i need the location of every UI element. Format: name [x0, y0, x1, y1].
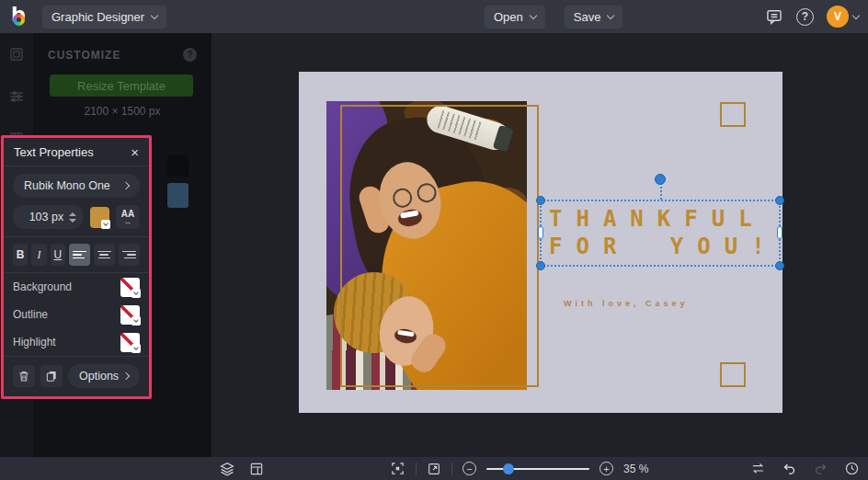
text-selection-box[interactable]: THANKFUL FOR YOU! [540, 200, 781, 267]
help-icon[interactable]: ? [796, 8, 814, 26]
signature-text[interactable]: With love, Casey [564, 299, 688, 308]
bottombar-left-group [219, 457, 264, 480]
workspace: With love, Casey THANKFUL FOR YOU! [211, 33, 868, 457]
font-family-selector[interactable]: Rubik Mono One [13, 174, 140, 198]
text-properties-panel: Text Properties × Rubik Mono One 103 px … [1, 135, 152, 399]
align-right-button[interactable] [119, 244, 140, 266]
color-wheel-icon [13, 14, 25, 26]
account-menu[interactable]: V [827, 6, 859, 28]
align-left-button[interactable] [69, 244, 90, 266]
divider [4, 236, 149, 237]
chevron-right-icon [122, 372, 130, 380]
resize-template-button[interactable]: Resize Template [50, 74, 193, 97]
bottombar-right-group [750, 457, 860, 480]
color-swatch[interactable] [167, 183, 188, 208]
outline-row: Outline [4, 301, 149, 328]
letter-case-button[interactable]: AA ↔ [116, 205, 140, 229]
rotate-handle[interactable] [655, 174, 666, 185]
font-size-stepper[interactable] [69, 212, 76, 223]
resize-handle-left[interactable] [538, 226, 543, 239]
zoom-out-button[interactable]: − [463, 462, 476, 475]
swatch-dropdown-tag[interactable] [101, 220, 110, 229]
chevron-down-icon [103, 221, 108, 226]
chevron-down-icon [530, 11, 537, 18]
rotation-connector [660, 187, 662, 200]
chevron-down-icon [607, 11, 614, 18]
help-icon[interactable]: ? [183, 48, 197, 62]
slider-track[interactable] [486, 468, 589, 470]
text-properties-header: Text Properties × [4, 138, 149, 166]
resize-handle-bottom-left[interactable] [536, 261, 545, 270]
highlight-color-swatch[interactable] [120, 333, 140, 352]
gold-square-top[interactable] [720, 102, 746, 127]
zoom-in-button[interactable]: + [600, 462, 613, 475]
swatch-dropdown-tag[interactable] [131, 316, 141, 326]
close-icon[interactable]: × [131, 145, 139, 159]
before-after-icon[interactable] [750, 461, 766, 476]
template-dimensions: 2100 × 1500 px [33, 105, 211, 118]
italic-button[interactable]: I [31, 244, 46, 266]
topbar-center-group: Open Save [485, 0, 622, 33]
background-row: Background [4, 273, 149, 301]
zoom-controls: − + 35 % [390, 457, 648, 480]
resize-handle-bottom-right[interactable] [775, 261, 784, 270]
resize-handle-top-left[interactable] [536, 196, 545, 205]
chevron-down-icon [133, 345, 139, 350]
underline-button[interactable]: U [51, 244, 65, 266]
align-center-button[interactable] [94, 244, 115, 266]
color-swatch[interactable] [167, 155, 188, 177]
chevron-down-icon [151, 11, 158, 18]
feedback-chat-icon[interactable] [765, 7, 783, 26]
panel-title: Text Properties [14, 145, 94, 159]
font-size-input[interactable]: 103 px [13, 205, 84, 229]
format-row: B I U [13, 244, 140, 266]
canvas-manager-icon[interactable] [249, 462, 264, 476]
fit-to-screen-icon[interactable] [390, 461, 405, 476]
divider [451, 463, 452, 475]
bottom-toolbar: − + 35 % [0, 457, 868, 480]
font-size-row: 103 px AA ↔ [13, 205, 140, 229]
outline-color-swatch[interactable] [120, 305, 140, 325]
background-color-swatch[interactable] [120, 278, 140, 297]
panel-footer: Options [4, 357, 149, 396]
letter-spacing-arrow-icon: ↔ [123, 218, 131, 225]
swatch-dropdown-tag[interactable] [131, 289, 141, 298]
delete-button[interactable] [13, 365, 35, 387]
layers-icon[interactable] [219, 461, 235, 477]
sidebar-item-templates[interactable] [8, 46, 25, 66]
sidebar-item-customize[interactable] [8, 88, 25, 109]
avatar: V [827, 6, 849, 28]
swatch-dropdown-tag[interactable] [131, 344, 141, 353]
zoom-percentage: 35 % [623, 463, 648, 475]
design-canvas[interactable]: With love, Casey THANKFUL FOR YOU! [299, 72, 782, 413]
app-mode-menu[interactable]: Graphic Designer [42, 6, 166, 29]
stepper-up-icon[interactable] [69, 212, 76, 216]
slider-knob[interactable] [503, 463, 514, 474]
zoom-slider[interactable] [486, 463, 589, 474]
stepper-down-icon[interactable] [69, 219, 76, 223]
topbar-right-group: ? V [765, 0, 859, 33]
chevron-down-icon [852, 11, 860, 18]
undo-icon[interactable] [782, 461, 797, 476]
save-button[interactable]: Save [565, 6, 623, 29]
open-button[interactable]: Open [485, 6, 545, 29]
main-area: CUSTOMIZE ? Resize Template 2100 × 1500 … [0, 33, 868, 457]
history-icon[interactable] [844, 461, 860, 476]
gold-frame-rectangle[interactable] [340, 105, 539, 387]
customize-header: CUSTOMIZE ? [33, 33, 211, 62]
resize-handle-top-right[interactable] [775, 196, 784, 205]
customize-title: CUSTOMIZE [48, 49, 120, 62]
bold-button[interactable]: B [13, 244, 28, 266]
fullscreen-preview-icon[interactable] [427, 462, 441, 476]
resize-handle-right[interactable] [777, 226, 782, 239]
divider [4, 166, 149, 166]
text-color-swatch[interactable] [90, 207, 109, 228]
divider [416, 463, 417, 475]
redo-icon[interactable] [813, 461, 828, 476]
befunky-logo-icon[interactable]: b [7, 5, 31, 29]
duplicate-button[interactable] [40, 365, 63, 387]
app-mode-label: Graphic Designer [51, 10, 144, 24]
headline-text[interactable]: THANKFUL FOR YOU! [549, 205, 779, 260]
gold-square-bottom[interactable] [720, 362, 746, 387]
options-button[interactable]: Options [68, 364, 140, 388]
